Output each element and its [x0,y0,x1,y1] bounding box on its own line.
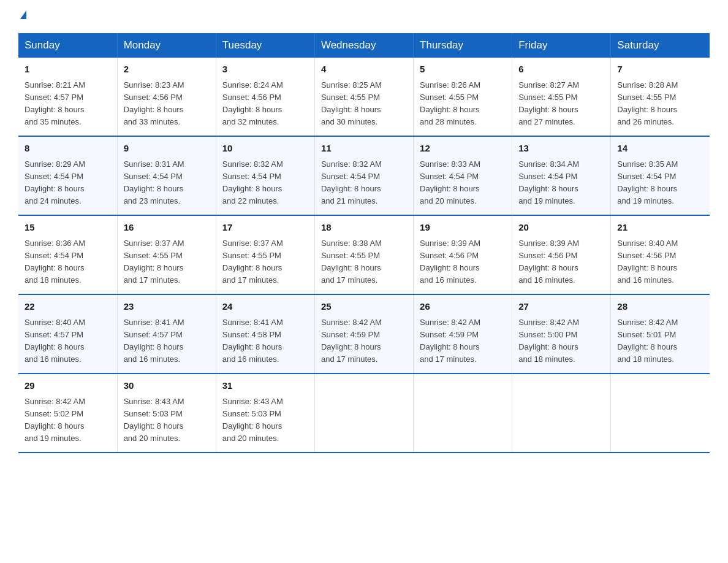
calendar-cell: 8Sunrise: 8:29 AMSunset: 4:54 PMDaylight… [18,136,117,215]
day-info: Sunrise: 8:37 AMSunset: 4:55 PMDaylight:… [124,237,210,287]
calendar-cell: 31Sunrise: 8:43 AMSunset: 5:03 PMDayligh… [216,373,314,453]
weekday-header-saturday: Saturday [611,33,710,58]
calendar-cell: 9Sunrise: 8:31 AMSunset: 4:54 PMDaylight… [117,136,216,215]
calendar-cell: 24Sunrise: 8:41 AMSunset: 4:58 PMDayligh… [216,294,314,373]
day-number: 16 [124,221,210,235]
day-number: 13 [518,142,604,156]
calendar-cell: 25Sunrise: 8:42 AMSunset: 4:59 PMDayligh… [314,294,413,373]
day-number: 10 [222,142,308,156]
calendar-cell: 14Sunrise: 8:35 AMSunset: 4:54 PMDayligh… [611,136,710,215]
calendar-cell [414,373,512,453]
day-info: Sunrise: 8:32 AMSunset: 4:54 PMDaylight:… [222,158,308,208]
logo [18,12,26,21]
day-number: 3 [222,63,308,77]
day-number: 25 [321,300,407,314]
day-number: 28 [617,300,703,314]
day-info: Sunrise: 8:40 AMSunset: 4:56 PMDaylight:… [617,237,703,287]
weekday-header-friday: Friday [512,33,611,58]
weekday-header-sunday: Sunday [18,33,117,58]
day-info: Sunrise: 8:32 AMSunset: 4:54 PMDaylight:… [321,158,407,208]
day-info: Sunrise: 8:42 AMSunset: 5:01 PMDaylight:… [617,316,703,366]
calendar-header-row: SundayMondayTuesdayWednesdayThursdayFrid… [18,33,710,58]
day-info: Sunrise: 8:27 AMSunset: 4:55 PMDaylight:… [518,79,604,129]
day-number: 15 [25,221,111,235]
calendar-cell: 7Sunrise: 8:28 AMSunset: 4:55 PMDaylight… [611,58,710,136]
day-info: Sunrise: 8:36 AMSunset: 4:54 PMDaylight:… [25,237,111,287]
calendar-cell: 3Sunrise: 8:24 AMSunset: 4:56 PMDaylight… [216,58,314,136]
calendar-cell [512,373,611,453]
day-info: Sunrise: 8:42 AMSunset: 4:59 PMDaylight:… [321,316,407,366]
calendar-cell: 22Sunrise: 8:40 AMSunset: 4:57 PMDayligh… [18,294,117,373]
calendar-cell [611,373,710,453]
weekday-header-tuesday: Tuesday [216,33,314,58]
day-info: Sunrise: 8:21 AMSunset: 4:57 PMDaylight:… [25,79,111,129]
day-info: Sunrise: 8:25 AMSunset: 4:55 PMDaylight:… [321,79,407,129]
calendar-cell: 4Sunrise: 8:25 AMSunset: 4:55 PMDaylight… [314,58,413,136]
weekday-header-thursday: Thursday [414,33,512,58]
calendar-cell: 10Sunrise: 8:32 AMSunset: 4:54 PMDayligh… [216,136,314,215]
day-number: 17 [222,221,308,235]
day-info: Sunrise: 8:41 AMSunset: 4:57 PMDaylight:… [124,316,210,366]
calendar-cell: 21Sunrise: 8:40 AMSunset: 4:56 PMDayligh… [611,215,710,294]
calendar-cell: 6Sunrise: 8:27 AMSunset: 4:55 PMDaylight… [512,58,611,136]
weekday-header-monday: Monday [117,33,216,58]
calendar-table: SundayMondayTuesdayWednesdayThursdayFrid… [18,33,710,453]
day-info: Sunrise: 8:31 AMSunset: 4:54 PMDaylight:… [124,158,210,208]
calendar-cell: 13Sunrise: 8:34 AMSunset: 4:54 PMDayligh… [512,136,611,215]
day-number: 2 [124,63,210,77]
day-number: 30 [124,379,210,393]
day-info: Sunrise: 8:41 AMSunset: 4:58 PMDaylight:… [222,316,308,366]
day-info: Sunrise: 8:37 AMSunset: 4:55 PMDaylight:… [222,237,308,287]
day-info: Sunrise: 8:23 AMSunset: 4:56 PMDaylight:… [124,79,210,129]
day-info: Sunrise: 8:28 AMSunset: 4:55 PMDaylight:… [617,79,703,129]
day-info: Sunrise: 8:42 AMSunset: 5:02 PMDaylight:… [25,396,111,445]
calendar-cell: 17Sunrise: 8:37 AMSunset: 4:55 PMDayligh… [216,215,314,294]
day-number: 23 [124,300,210,314]
calendar-week-row: 1Sunrise: 8:21 AMSunset: 4:57 PMDaylight… [18,58,710,136]
day-number: 18 [321,221,407,235]
day-number: 8 [25,142,111,156]
day-info: Sunrise: 8:39 AMSunset: 4:56 PMDaylight:… [420,237,506,287]
day-info: Sunrise: 8:26 AMSunset: 4:55 PMDaylight:… [420,79,506,129]
day-info: Sunrise: 8:42 AMSunset: 5:00 PMDaylight:… [518,316,604,366]
calendar-cell: 5Sunrise: 8:26 AMSunset: 4:55 PMDaylight… [414,58,512,136]
calendar-cell: 23Sunrise: 8:41 AMSunset: 4:57 PMDayligh… [117,294,216,373]
day-info: Sunrise: 8:35 AMSunset: 4:54 PMDaylight:… [617,158,703,208]
day-number: 11 [321,142,407,156]
calendar-week-row: 22Sunrise: 8:40 AMSunset: 4:57 PMDayligh… [18,294,710,373]
day-number: 6 [518,63,604,77]
day-number: 14 [617,142,703,156]
day-info: Sunrise: 8:39 AMSunset: 4:56 PMDaylight:… [518,237,604,287]
calendar-cell: 16Sunrise: 8:37 AMSunset: 4:55 PMDayligh… [117,215,216,294]
calendar-cell: 18Sunrise: 8:38 AMSunset: 4:55 PMDayligh… [314,215,413,294]
day-info: Sunrise: 8:40 AMSunset: 4:57 PMDaylight:… [25,316,111,366]
calendar-week-row: 8Sunrise: 8:29 AMSunset: 4:54 PMDaylight… [18,136,710,215]
day-info: Sunrise: 8:33 AMSunset: 4:54 PMDaylight:… [420,158,506,208]
day-info: Sunrise: 8:43 AMSunset: 5:03 PMDaylight:… [222,396,308,445]
calendar-cell: 1Sunrise: 8:21 AMSunset: 4:57 PMDaylight… [18,58,117,136]
day-number: 29 [25,379,111,393]
calendar-cell: 28Sunrise: 8:42 AMSunset: 5:01 PMDayligh… [611,294,710,373]
calendar-cell: 11Sunrise: 8:32 AMSunset: 4:54 PMDayligh… [314,136,413,215]
calendar-cell: 15Sunrise: 8:36 AMSunset: 4:54 PMDayligh… [18,215,117,294]
day-number: 19 [420,221,506,235]
logo-triangle-icon [20,10,26,19]
day-number: 4 [321,63,407,77]
day-info: Sunrise: 8:43 AMSunset: 5:03 PMDaylight:… [124,396,210,445]
day-number: 22 [25,300,111,314]
calendar-cell: 12Sunrise: 8:33 AMSunset: 4:54 PMDayligh… [414,136,512,215]
calendar-week-row: 29Sunrise: 8:42 AMSunset: 5:02 PMDayligh… [18,373,710,453]
calendar-cell: 19Sunrise: 8:39 AMSunset: 4:56 PMDayligh… [414,215,512,294]
day-info: Sunrise: 8:42 AMSunset: 4:59 PMDaylight:… [420,316,506,366]
calendar-cell: 29Sunrise: 8:42 AMSunset: 5:02 PMDayligh… [18,373,117,453]
day-number: 21 [617,221,703,235]
day-number: 12 [420,142,506,156]
calendar-cell [314,373,413,453]
day-number: 5 [420,63,506,77]
day-number: 7 [617,63,703,77]
calendar-week-row: 15Sunrise: 8:36 AMSunset: 4:54 PMDayligh… [18,215,710,294]
calendar-cell: 2Sunrise: 8:23 AMSunset: 4:56 PMDaylight… [117,58,216,136]
day-number: 27 [518,300,604,314]
day-info: Sunrise: 8:24 AMSunset: 4:56 PMDaylight:… [222,79,308,129]
day-number: 9 [124,142,210,156]
